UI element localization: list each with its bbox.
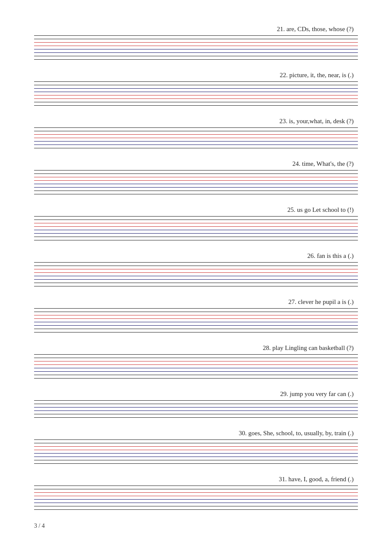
answer-line-q30-0 bbox=[34, 439, 358, 440]
answer-line-q22-7 bbox=[34, 105, 358, 106]
answer-line-q22-0 bbox=[34, 81, 358, 82]
question-text-q27: 27. clever he pupil a is (.) bbox=[34, 298, 358, 306]
answer-line-q21-0 bbox=[34, 35, 358, 36]
question-block-q23: 23. is, your,what, in, desk (?) bbox=[34, 118, 358, 148]
answer-line-q24-4 bbox=[34, 184, 358, 184]
answer-line-q27-4 bbox=[34, 322, 358, 322]
answer-line-q25-0 bbox=[34, 216, 358, 217]
answer-line-q26-5 bbox=[34, 279, 358, 280]
answer-line-q24-3 bbox=[34, 180, 358, 181]
answer-lines-q24 bbox=[34, 170, 358, 194]
answer-line-q29-0 bbox=[34, 400, 358, 401]
answer-line-q22-4 bbox=[34, 95, 358, 95]
question-text-q23: 23. is, your,what, in, desk (?) bbox=[34, 118, 358, 125]
answer-line-q29-2 bbox=[34, 407, 358, 408]
answer-line-q26-1 bbox=[34, 266, 358, 266]
answer-line-q30-2 bbox=[34, 446, 358, 447]
question-block-q28: 28. play Lingling can basketball (?) bbox=[34, 344, 358, 379]
answer-lines-q26 bbox=[34, 262, 358, 286]
answer-line-q21-7 bbox=[34, 59, 358, 60]
answer-line-q22-5 bbox=[34, 98, 358, 99]
answer-line-q25-4 bbox=[34, 230, 358, 230]
answer-line-q31-6 bbox=[34, 506, 358, 506]
answer-line-q28-3 bbox=[34, 364, 358, 365]
answer-lines-q28 bbox=[34, 354, 358, 379]
answer-line-q27-1 bbox=[34, 312, 358, 312]
question-text-q29: 29. jump you very far can (.) bbox=[34, 390, 358, 398]
answer-line-q28-4 bbox=[34, 368, 358, 368]
answer-line-q28-7 bbox=[34, 378, 358, 379]
question-text-q24: 24. time, What's, the (?) bbox=[34, 160, 358, 168]
answer-line-q30-7 bbox=[34, 463, 358, 464]
answer-line-q27-2 bbox=[34, 315, 358, 315]
answer-line-q29-1 bbox=[34, 404, 358, 404]
answer-line-q30-3 bbox=[34, 450, 358, 450]
answer-line-q22-3 bbox=[34, 92, 358, 92]
answer-lines-q31 bbox=[34, 486, 358, 510]
answer-line-q30-4 bbox=[34, 453, 358, 454]
answer-line-q28-5 bbox=[34, 371, 358, 372]
question-block-q22: 22. picture, it, the, near, is (.) bbox=[34, 72, 358, 106]
answer-line-q30-5 bbox=[34, 457, 358, 457]
answer-line-q25-5 bbox=[34, 233, 358, 234]
page: 21. are, CDs, those, whose (?)22. pictur… bbox=[0, 0, 392, 555]
answer-line-q24-1 bbox=[34, 173, 358, 174]
answer-line-q31-3 bbox=[34, 496, 358, 496]
answer-line-q25-1 bbox=[34, 220, 358, 220]
question-block-q27: 27. clever he pupil a is (.) bbox=[34, 298, 358, 332]
answer-line-q27-0 bbox=[34, 308, 358, 309]
answer-line-q21-6 bbox=[34, 56, 358, 56]
answer-line-q24-5 bbox=[34, 187, 358, 188]
answer-line-q31-2 bbox=[34, 492, 358, 493]
answer-line-q26-4 bbox=[34, 276, 358, 276]
answer-lines-q21 bbox=[34, 35, 358, 60]
answer-line-q25-3 bbox=[34, 226, 358, 227]
answer-line-q26-7 bbox=[34, 286, 358, 286]
answer-line-q26-0 bbox=[34, 262, 358, 263]
answer-line-q22-6 bbox=[34, 102, 358, 102]
answer-line-q23-0 bbox=[34, 127, 358, 128]
answer-line-q22-2 bbox=[34, 88, 358, 89]
question-text-q28: 28. play Lingling can basketball (?) bbox=[34, 344, 358, 352]
answer-line-q22-1 bbox=[34, 85, 358, 85]
answer-line-q21-2 bbox=[34, 42, 358, 43]
question-block-q24: 24. time, What's, the (?) bbox=[34, 160, 358, 194]
answer-line-q21-3 bbox=[34, 46, 358, 46]
question-block-q31: 31. have, I, good, a, friend (.) bbox=[34, 476, 358, 510]
answer-line-q31-1 bbox=[34, 489, 358, 489]
answer-line-q28-0 bbox=[34, 354, 358, 355]
answer-line-q28-2 bbox=[34, 361, 358, 361]
question-text-q25: 25. us go Let school to (!) bbox=[34, 206, 358, 214]
answer-line-q25-7 bbox=[34, 240, 358, 240]
question-block-q26: 26. fan is this a (.) bbox=[34, 252, 358, 286]
question-block-q30: 30. goes, She, school, to, usually, by, … bbox=[34, 430, 358, 464]
answer-line-q21-1 bbox=[34, 39, 358, 39]
question-text-q31: 31. have, I, good, a, friend (.) bbox=[34, 476, 358, 483]
answer-line-q29-5 bbox=[34, 417, 358, 418]
answer-line-q26-3 bbox=[34, 272, 358, 273]
answer-line-q23-6 bbox=[34, 148, 358, 148]
answer-line-q23-1 bbox=[34, 131, 358, 131]
answer-lines-q23 bbox=[34, 127, 358, 148]
answer-line-q25-2 bbox=[34, 223, 358, 223]
answer-line-q31-0 bbox=[34, 486, 358, 486]
answer-line-q26-2 bbox=[34, 269, 358, 269]
questions-container: 21. are, CDs, those, whose (?)22. pictur… bbox=[34, 26, 358, 510]
answer-lines-q22 bbox=[34, 81, 358, 106]
answer-lines-q25 bbox=[34, 216, 358, 240]
question-block-q21: 21. are, CDs, those, whose (?) bbox=[34, 26, 358, 60]
answer-line-q25-6 bbox=[34, 237, 358, 237]
answer-line-q24-7 bbox=[34, 194, 358, 194]
answer-line-q27-5 bbox=[34, 325, 358, 326]
answer-line-q30-1 bbox=[34, 443, 358, 443]
answer-line-q21-5 bbox=[34, 52, 358, 53]
answer-line-q27-3 bbox=[34, 318, 358, 319]
answer-line-q24-6 bbox=[34, 191, 358, 191]
answer-line-q23-5 bbox=[34, 145, 358, 145]
answer-line-q26-6 bbox=[34, 283, 358, 283]
page-number: 3 / 4 bbox=[34, 523, 358, 529]
answer-lines-q30 bbox=[34, 439, 358, 464]
question-text-q30: 30. goes, She, school, to, usually, by, … bbox=[34, 430, 358, 437]
answer-line-q23-4 bbox=[34, 141, 358, 142]
answer-line-q24-2 bbox=[34, 177, 358, 177]
